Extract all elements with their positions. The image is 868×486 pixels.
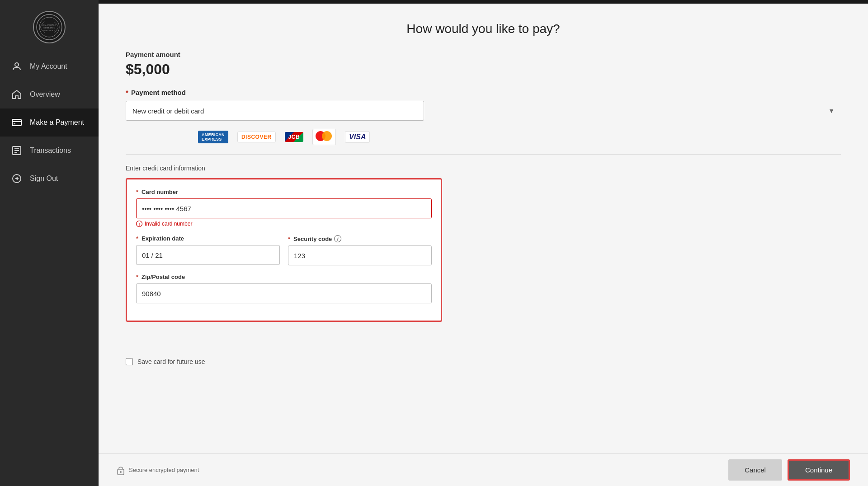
security-code-label: * Security code i	[288, 235, 432, 242]
continue-button[interactable]: Continue	[788, 459, 850, 481]
mastercard-logo	[312, 129, 336, 145]
expiry-security-row: * Expiration date * Security code i	[136, 235, 432, 274]
payment-method-wrapper: New credit or debit card ▼	[126, 101, 841, 121]
university-logo: CALIFORNIA STATE UNIV LONG BEACH	[33, 11, 66, 43]
logo-area: CALIFORNIA STATE UNIV LONG BEACH	[0, 0, 99, 52]
security-info-icon[interactable]: i	[334, 235, 341, 242]
card-number-group: * Card number ! Invalid card number	[136, 189, 432, 227]
card-error-message: ! Invalid card number	[136, 221, 432, 227]
security-code-input[interactable]	[288, 245, 432, 265]
content-area: How would you like to pay? Payment amoun…	[99, 4, 868, 453]
security-code-group: * Security code i	[288, 235, 432, 265]
footer-buttons: Cancel Continue	[728, 459, 850, 481]
sidebar-item-sign-out[interactable]: Sign Out	[0, 165, 99, 193]
signout-icon	[11, 173, 23, 184]
sidebar-item-overview-label: Overview	[30, 90, 60, 99]
main-content: How would you like to pay? Payment amoun…	[99, 0, 868, 486]
sidebar-item-make-payment-label: Make a Payment	[30, 118, 84, 127]
save-card-label: Save card for future use	[137, 358, 205, 365]
sidebar-item-transactions[interactable]: Transactions	[0, 137, 99, 165]
sidebar-item-my-account[interactable]: My Account	[0, 52, 99, 80]
expiry-input[interactable]	[136, 245, 280, 265]
chevron-down-icon: ▼	[828, 107, 835, 114]
page-title: How would you like to pay?	[126, 22, 841, 36]
visa-logo: VISA	[345, 131, 370, 143]
payment-amount-value: $5,000	[126, 61, 841, 78]
sidebar-item-transactions-label: Transactions	[30, 146, 71, 155]
sidebar-item-sign-out-label: Sign Out	[30, 175, 58, 183]
lock-icon	[117, 465, 125, 475]
error-icon: !	[136, 221, 142, 227]
svg-text:LONG BEACH: LONG BEACH	[43, 29, 55, 32]
payment-method-label: * Payment method	[126, 89, 841, 96]
card-form: * Card number ! Invalid card number *	[126, 178, 442, 322]
expiry-label: * Expiration date	[136, 235, 280, 242]
top-bar	[99, 0, 868, 4]
expiry-group: * Expiration date	[136, 235, 280, 265]
enter-card-info-label: Enter credit card information	[126, 165, 841, 172]
zip-input[interactable]	[136, 283, 432, 303]
svg-text:CALIFORNIA: CALIFORNIA	[42, 24, 57, 26]
user-icon	[11, 61, 23, 72]
required-star-card: *	[136, 189, 138, 195]
zip-label: * Zip/Postal code	[136, 274, 432, 280]
secure-label: Secure encrypted payment	[117, 465, 199, 475]
card-number-label: * Card number	[136, 189, 432, 195]
sidebar-item-make-payment[interactable]: Make a Payment	[0, 109, 99, 137]
cancel-button[interactable]: Cancel	[728, 459, 782, 481]
svg-point-5	[15, 63, 19, 66]
jcb-logo: JCB	[285, 132, 304, 142]
home-icon	[11, 89, 23, 100]
footer: Secure encrypted payment Cancel Continue	[99, 453, 868, 486]
payment-icon	[11, 117, 23, 128]
navigation: My Account Overview Make a Payment	[0, 52, 99, 486]
svg-rect-8	[14, 123, 15, 124]
sidebar: CALIFORNIA STATE UNIV LONG BEACH My Acco…	[0, 0, 99, 486]
payment-method-select[interactable]: New credit or debit card	[126, 101, 424, 121]
zip-group: * Zip/Postal code	[136, 274, 432, 303]
sidebar-item-my-account-label: My Account	[30, 62, 67, 71]
divider	[126, 154, 841, 155]
payment-amount-label: Payment amount	[126, 51, 841, 58]
card-number-input[interactable]	[136, 198, 432, 218]
svg-rect-6	[12, 119, 21, 126]
transactions-icon	[11, 145, 23, 156]
svg-text:!: !	[139, 222, 140, 226]
save-card-checkbox[interactable]	[126, 358, 133, 365]
amex-logo: AMERICANEXPRESS	[198, 131, 228, 143]
svg-text:STATE UNIV: STATE UNIV	[43, 27, 55, 29]
card-brands: AMERICANEXPRESS DISCOVER JCB VISA	[126, 129, 841, 145]
discover-logo: DISCOVER	[237, 132, 276, 142]
required-star: *	[126, 89, 128, 96]
save-card-row: Save card for future use	[126, 358, 841, 365]
sidebar-item-overview[interactable]: Overview	[0, 80, 99, 109]
svg-point-17	[120, 471, 122, 473]
